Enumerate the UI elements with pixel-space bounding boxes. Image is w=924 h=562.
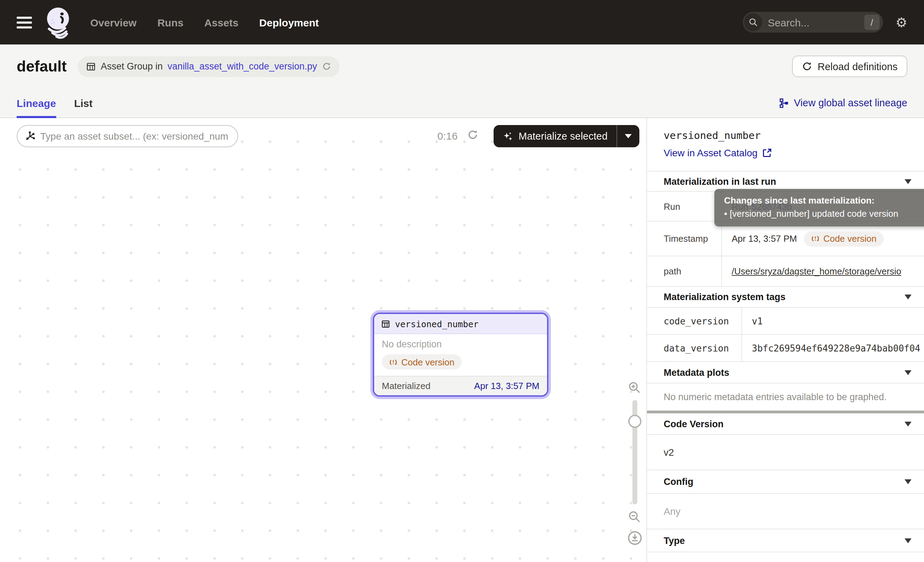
- search-icon: [744, 13, 762, 31]
- page-header: default Asset Group in vanilla_asset_wit…: [0, 45, 924, 88]
- search-shortcut-key: /: [864, 15, 880, 30]
- page-title: default: [16, 57, 67, 75]
- top-nav-bar: Overview Runs Assets Deployment Search..…: [0, 0, 924, 45]
- metadata-empty-note: No numeric metadata entries available to…: [647, 383, 924, 410]
- nav-item-deployment[interactable]: Deployment: [259, 17, 319, 28]
- external-link-icon: [762, 148, 772, 158]
- section-code-version[interactable]: Code Version: [647, 413, 924, 435]
- timestamp-value: Apr 13, 3:57 PM: [732, 233, 797, 244]
- zoom-out-icon[interactable]: [628, 510, 642, 524]
- materialize-selected-button[interactable]: Materialize selected: [494, 125, 639, 147]
- sidebar-asset-title: versioned_number: [664, 130, 908, 141]
- asset-group-label: Asset Group in: [100, 61, 163, 72]
- nav-item-runs[interactable]: Runs: [157, 17, 183, 28]
- nav-links: Overview Runs Assets Deployment: [90, 17, 319, 28]
- zoom-in-icon[interactable]: [628, 381, 642, 395]
- row-path: path /Users/sryza/dagster_home/storage/v…: [647, 256, 924, 287]
- asset-node-versioned-number[interactable]: versioned_number No description Code ver…: [373, 313, 548, 397]
- asset-group-file-link[interactable]: vanilla_asset_with_code_version.py: [168, 61, 317, 72]
- code-version-value: v2: [647, 435, 924, 470]
- zoom-slider[interactable]: [632, 400, 637, 504]
- collapse-caret-icon[interactable]: [904, 370, 912, 375]
- reload-definitions-button[interactable]: Reload definitions: [792, 56, 908, 77]
- collapse-caret-icon[interactable]: [904, 421, 912, 426]
- materialize-dropdown-button[interactable]: [617, 134, 639, 138]
- nav-item-overview[interactable]: Overview: [90, 17, 136, 28]
- materialized-status-label: Materialized: [382, 381, 430, 391]
- view-global-asset-lineage-link[interactable]: View global asset lineage: [778, 88, 908, 117]
- row-data-version-tag: data_version 3bfc269594ef649228e9a74bab0…: [647, 335, 924, 362]
- asset-node-title: versioned_number: [395, 319, 478, 329]
- code-version-changed-icon: [811, 234, 820, 243]
- search-placeholder: Search...: [768, 17, 864, 28]
- search-input[interactable]: Search... /: [743, 12, 883, 33]
- tab-lineage[interactable]: Lineage: [16, 88, 56, 117]
- collapse-caret-icon[interactable]: [904, 538, 912, 543]
- code-version-badge[interactable]: Code version: [804, 231, 884, 246]
- refresh-icon[interactable]: [322, 62, 331, 71]
- section-divider-bar: [647, 410, 924, 413]
- path-link[interactable]: /Users/sryza/dagster_home/storage/versio: [732, 266, 901, 276]
- table-grid-icon: [86, 62, 96, 71]
- section-type[interactable]: Type: [647, 529, 924, 552]
- zoom-controls: [623, 381, 646, 545]
- gear-icon[interactable]: ⚙: [896, 15, 908, 30]
- sparkle-icon: [502, 131, 513, 141]
- section-config[interactable]: Config: [647, 470, 924, 494]
- auto-refresh-timer: 0:16: [437, 130, 458, 142]
- reload-icon: [801, 61, 812, 72]
- view-in-asset-catalog-link[interactable]: View in Asset Catalog: [664, 147, 908, 158]
- row-timestamp: Timestamp Apr 13, 3:57 PM Code version: [647, 222, 924, 256]
- asset-subset-filter-icon: [24, 131, 35, 142]
- changes-tooltip: Changes since last materialization: • [v…: [714, 189, 924, 227]
- nav-item-assets[interactable]: Assets: [204, 17, 238, 28]
- materialized-time-link[interactable]: Apr 13, 3:57 PM: [474, 381, 539, 391]
- code-version-changed-icon: [389, 358, 398, 367]
- app-root: Overview Runs Assets Deployment Search..…: [0, 0, 924, 562]
- asset-group-pill: Asset Group in vanilla_asset_with_code_v…: [78, 56, 339, 77]
- config-value: Any: [647, 494, 924, 529]
- tooltip-item: • [versioned_number] updated code versio…: [724, 209, 924, 219]
- dagster-logo[interactable]: [43, 5, 75, 40]
- lineage-graph-canvas[interactable]: Type an asset subset... (ex: versioned_n…: [0, 118, 646, 562]
- collapse-caret-icon[interactable]: [904, 179, 912, 184]
- section-metadata-plots[interactable]: Metadata plots: [647, 362, 924, 383]
- asset-subset-input[interactable]: Type an asset subset... (ex: versioned_n…: [16, 125, 238, 147]
- zoom-slider-thumb[interactable]: [628, 415, 641, 428]
- chevron-down-icon: [625, 134, 632, 138]
- refresh-graph-icon[interactable]: [467, 129, 478, 140]
- section-materialization-system-tags[interactable]: Materialization system tags: [647, 287, 924, 308]
- asset-node-footer: Materialized Apr 13, 3:57 PM: [374, 376, 547, 395]
- code-version-badge[interactable]: Code version: [382, 354, 461, 370]
- asset-node-description: No description: [382, 339, 539, 349]
- asset-node-header: versioned_number: [374, 314, 547, 334]
- tabs-row: Lineage List View global asset lineage: [0, 88, 924, 118]
- asset-subset-placeholder: Type an asset subset... (ex: versioned_n…: [40, 131, 228, 142]
- asset-sidebar-panel: versioned_number View in Asset Catalog M…: [646, 118, 924, 562]
- collapse-caret-icon[interactable]: [904, 295, 912, 299]
- tab-list[interactable]: List: [74, 88, 92, 117]
- lineage-graph-icon: [778, 98, 789, 108]
- row-code-version-tag: code_version v1: [647, 308, 924, 335]
- collapse-caret-icon[interactable]: [904, 479, 912, 484]
- tooltip-title: Changes since last materialization:: [724, 195, 924, 206]
- table-grid-icon: [381, 319, 390, 328]
- download-graph-icon[interactable]: [627, 531, 642, 545]
- hamburger-menu-icon[interactable]: [16, 17, 32, 28]
